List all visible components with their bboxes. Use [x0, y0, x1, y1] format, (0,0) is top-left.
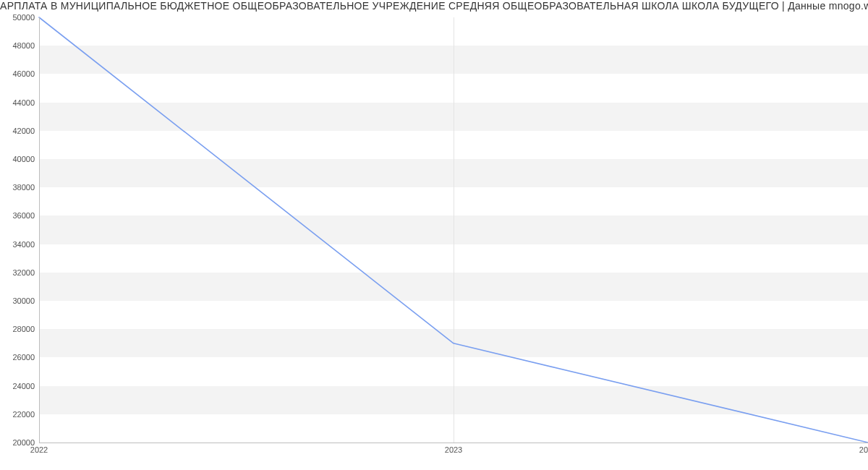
- y-tick-label: 34000: [3, 240, 35, 249]
- y-tick-label: 50000: [3, 13, 35, 22]
- y-tick-label: 38000: [3, 183, 35, 192]
- chart-title: АРПЛАТА В МУНИЦИПАЛЬНОЕ БЮДЖЕТНОЕ ОБЩЕОБ…: [0, 0, 868, 12]
- x-tick-label: 2023: [445, 445, 462, 454]
- y-tick-label: 24000: [3, 382, 35, 390]
- series-path: [39, 17, 868, 443]
- x-axis-line: [39, 443, 868, 443]
- y-tick-label: 42000: [3, 127, 35, 135]
- y-tick-label: 30000: [3, 296, 35, 305]
- y-tick-label: 22000: [3, 410, 35, 419]
- chart-container: АРПЛАТА В МУНИЦИПАЛЬНОЕ БЮДЖЕТНОЕ ОБЩЕОБ…: [0, 0, 868, 470]
- y-tick-label: 28000: [3, 325, 35, 333]
- y-tick-label: 48000: [3, 41, 35, 50]
- y-tick-label: 36000: [3, 211, 35, 220]
- y-tick-label: 26000: [3, 353, 35, 362]
- plot-area: [39, 17, 868, 443]
- y-tick-label: 32000: [3, 268, 35, 277]
- y-tick-label: 44000: [3, 98, 35, 107]
- x-tick-label: 2024: [859, 445, 868, 454]
- x-tick-label: 2022: [30, 445, 48, 454]
- y-tick-label: 40000: [3, 155, 35, 163]
- y-tick-label: 46000: [3, 69, 35, 78]
- y-axis-line: [39, 17, 40, 443]
- line-series: [39, 17, 868, 443]
